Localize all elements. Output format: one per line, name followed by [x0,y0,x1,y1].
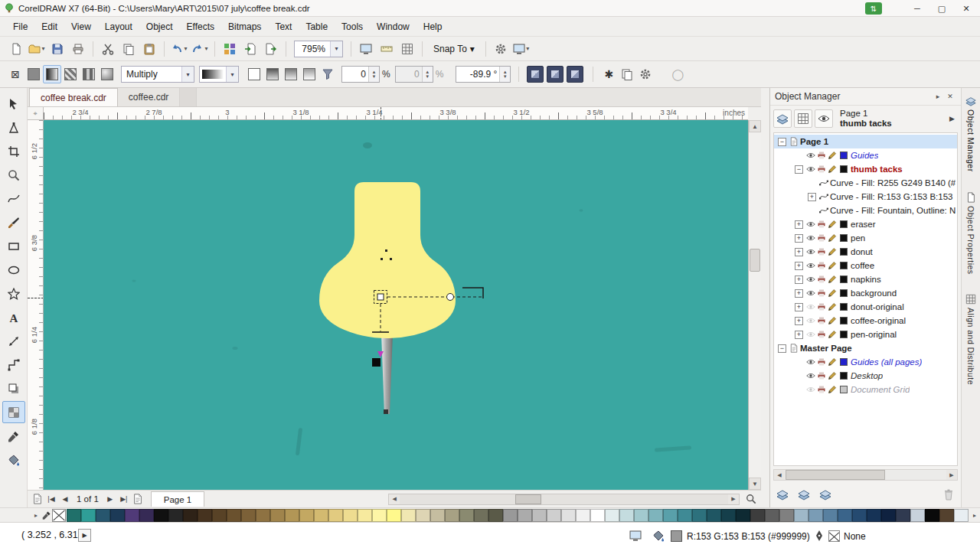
object-name[interactable]: Curve - Fill: R:153 G:153 B:153 (# [830,192,956,201]
thumbtack-pin[interactable] [381,333,393,414]
drop-shadow-tool[interactable] [2,377,25,399]
palette-swatch[interactable] [328,509,343,522]
visibility-eye-icon[interactable] [806,220,815,229]
bitmap-pattern-transparency-button[interactable] [80,65,98,83]
fill-bucket-icon[interactable] [652,530,665,542]
tab-object-manager[interactable]: Object Manager [965,96,976,172]
menu-file[interactable]: File [6,18,34,35]
pick-tool[interactable] [2,93,25,115]
maximize-button[interactable]: ▢ [929,1,954,16]
printable-icon[interactable] [817,233,826,243]
scroll-up-icon[interactable]: ▲ [749,120,761,132]
palette-swatch[interactable] [212,509,227,522]
first-page-button[interactable]: |◀ [44,492,58,506]
visibility-eye-icon[interactable] [806,261,815,270]
printable-icon[interactable] [817,371,826,380]
docker-horizontal-scrollbar[interactable]: ◀ ▶ [773,469,958,481]
palette-swatch[interactable] [241,509,256,522]
visibility-eye-icon[interactable] [806,275,815,284]
scroll-right-icon[interactable]: ▶ [728,494,739,504]
visibility-eye-icon[interactable] [806,371,815,380]
palette-swatch[interactable] [576,509,590,522]
new-document-tab[interactable] [180,88,197,106]
palette-swatch[interactable] [547,509,561,522]
palette-swatch[interactable] [154,509,168,522]
print-button[interactable] [68,39,88,59]
layer-name[interactable]: Desktop [851,371,883,380]
open-button[interactable]: ▾ [27,39,47,59]
visibility-eye-icon[interactable] [806,247,815,256]
scroll-down-icon[interactable]: ▼ [749,478,761,490]
palette-swatch[interactable] [401,509,416,522]
menu-layout[interactable]: Layout [98,18,139,35]
foreground-transparency-funnel-button[interactable] [318,65,337,83]
last-page-button[interactable]: ▶| [117,492,131,506]
editable-pencil-icon[interactable] [828,316,837,325]
new-document-button[interactable] [6,39,26,59]
fountain-node-black[interactable] [372,358,381,367]
freeze-transparency-button[interactable]: ✱ [599,65,618,83]
palette-swatch[interactable] [939,509,954,522]
expand-icon[interactable]: + [795,276,803,284]
object-name[interactable]: Curve - Fill: Fountain, Outline: N [830,206,956,215]
palette-swatch[interactable] [67,509,81,522]
zoom-tool[interactable] [2,164,25,186]
no-transparency-button[interactable]: ⊠ [6,65,24,83]
freehand-tool[interactable] [2,187,25,210]
tree-row-master-page[interactable]: − Master Page [774,341,957,355]
palette-swatch[interactable] [459,509,474,522]
minimize-button[interactable]: ─ [905,1,929,16]
add-page-icon[interactable] [131,492,145,506]
show-rulers-button[interactable] [377,39,397,59]
palette-swatch[interactable] [692,509,707,522]
docker-close-icon[interactable]: ✕ [944,90,956,103]
editable-pencil-icon[interactable] [828,233,837,243]
next-page-button[interactable]: ▶ [103,492,117,506]
transparency-start-handle[interactable] [377,294,384,300]
collapse-icon[interactable]: − [795,165,803,174]
layer-flyout-icon[interactable]: ▶ [949,115,958,122]
layer-name[interactable]: thumb tacks [851,165,903,174]
layer-name[interactable]: napkins [851,275,881,284]
layer-name[interactable]: eraser [851,220,876,229]
palette-swatch[interactable] [387,509,401,522]
palette-swatch[interactable] [372,509,387,522]
paste-button[interactable] [139,39,159,59]
printable-icon[interactable] [817,302,826,311]
undo-dropdown-icon[interactable]: ▾ [184,45,187,52]
menu-object[interactable]: Object [139,18,180,35]
membership-icon[interactable]: ⇅ [865,2,882,15]
transparency-wrap-button[interactable] [547,66,564,83]
expand-icon[interactable]: + [808,193,816,201]
visibility-eye-off-icon[interactable] [806,330,815,339]
ruler-origin-corner[interactable]: ⌖ [28,107,44,120]
toolbars-dropdown-button[interactable]: ▾ [511,39,531,59]
texture-transparency-button[interactable] [98,65,116,83]
layer-name[interactable]: pen [851,233,865,243]
transparency-tool[interactable] [2,401,25,423]
layer-name[interactable]: pen-original [851,330,897,339]
transparency-target-fill-button[interactable] [263,65,282,83]
full-screen-preview-button[interactable] [356,39,376,59]
object-name[interactable]: Curve - Fill: R255 G249 B140 (#F [830,178,956,187]
open-dropdown-icon[interactable]: ▾ [41,45,44,52]
editable-pencil-icon[interactable] [828,289,837,298]
document-tab-coffee[interactable]: coffee.cdr [118,88,180,106]
menu-text[interactable]: Text [268,18,299,35]
new-master-layer-all-pages-button[interactable] [795,485,813,504]
color-eyedropper-tool[interactable] [2,425,25,447]
menu-table[interactable]: Table [299,18,335,35]
printable-icon[interactable] [817,330,826,339]
menu-tools[interactable]: Tools [335,18,370,35]
palette-swatch[interactable] [881,509,896,522]
visibility-eye-icon[interactable] [806,233,815,243]
visibility-eye-icon[interactable] [806,357,815,367]
editable-pencil-icon[interactable] [828,220,837,229]
palette-swatch[interactable] [445,509,459,522]
palette-swatch[interactable] [168,509,183,522]
printable-icon[interactable] [817,316,826,325]
tree-row-background[interactable]: + background [774,286,957,300]
palette-swatch[interactable] [808,509,823,522]
merge-mode-combo[interactable]: Multiply▾ [121,66,194,83]
visibility-eye-icon[interactable] [806,289,815,298]
